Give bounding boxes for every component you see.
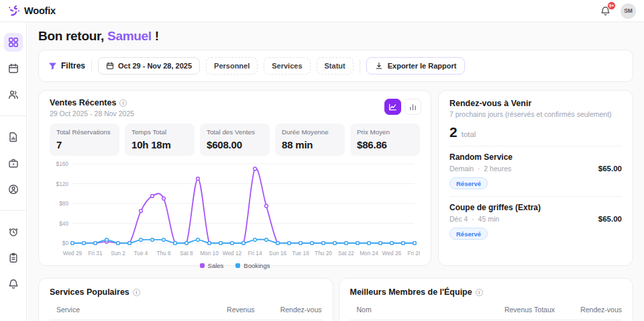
sidebar-item-pets[interactable] xyxy=(4,222,23,241)
legend-item-sales[interactable]: Sales xyxy=(200,262,224,269)
svg-text:Fri 31: Fri 31 xyxy=(88,250,103,257)
status-badge: Réservé xyxy=(449,177,488,189)
stat-total-des-ventes: Total des Ventes$608.00 xyxy=(200,124,270,156)
appointment-name: Random Service xyxy=(449,152,622,162)
appointments-title: Rendez-vous à Venir xyxy=(449,99,531,108)
legend-label: Sales xyxy=(208,262,224,269)
info-icon[interactable]: i xyxy=(133,289,140,296)
brand-name: Woofix xyxy=(24,5,56,16)
sidebar-item-dashboard[interactable] xyxy=(4,33,23,52)
appointment-item[interactable]: Random ServiceDemain · 2 heures$65.00Rés… xyxy=(449,146,622,196)
line-chart-icon xyxy=(388,103,397,111)
date-range-button[interactable]: Oct 29 - Nov 28, 2025 xyxy=(98,57,200,75)
sidebar-item-notifications[interactable] xyxy=(4,275,23,293)
top-team-card: Meilleurs Membres de l'Équipe i NomReven… xyxy=(339,278,634,321)
page-title: Bon retour, Samuel ! xyxy=(38,29,633,44)
notification-badge: 9+ xyxy=(607,1,616,10)
appointment-meta: Déc 4 · 45 min xyxy=(449,215,499,223)
filters-label: Filtres xyxy=(61,61,85,71)
download-icon xyxy=(375,62,383,70)
line-chart-toggle-button[interactable] xyxy=(384,99,401,115)
personnel-filter-button[interactable]: Personnel xyxy=(206,57,258,75)
svg-text:$40: $40 xyxy=(59,220,68,227)
svg-text:Fri 28: Fri 28 xyxy=(407,250,420,257)
top-team-title: Meilleurs Membres de l'Équipe xyxy=(350,287,472,297)
svg-text:Wed 12: Wed 12 xyxy=(223,250,242,257)
export-report-label: Exporter le Rapport xyxy=(388,62,457,70)
brand-logo: Woofix xyxy=(8,5,56,17)
legend-label: Bookings xyxy=(244,262,270,269)
svg-text:$0: $0 xyxy=(62,240,69,246)
woofix-logo-icon xyxy=(8,5,21,17)
sales-stats-row: Total Réservations7Temps Total10h 18mTot… xyxy=(50,124,420,156)
sidebar-item-services[interactable] xyxy=(4,154,23,173)
stat-label: Temps Total xyxy=(131,128,188,136)
stat-value: $608.00 xyxy=(207,139,263,150)
info-icon[interactable]: i xyxy=(476,289,483,296)
invoices-icon xyxy=(8,132,19,142)
dashboard-icon xyxy=(8,37,19,48)
column-header: Nom xyxy=(357,306,455,314)
appointments-subtitle: 7 prochains jours (réservés et confirmés… xyxy=(449,110,622,118)
staff-icon xyxy=(8,184,19,195)
sales-line-chart-svg: $0$40$80$120$160Wed 29Fri 31Sun 2Tue 4Th… xyxy=(50,158,420,259)
status-badge: Réservé xyxy=(449,228,488,240)
stat-label: Total des Ventes xyxy=(207,128,263,136)
stat-value: 10h 18m xyxy=(131,139,188,150)
popular-services-headers: ServiceRevenusRendez-vous xyxy=(50,306,322,320)
appointment-name: Coupe de griffes (Extra) xyxy=(449,203,622,212)
sidebar-divider xyxy=(0,210,27,211)
info-icon[interactable]: i xyxy=(119,99,127,107)
stat-temps-total: Temps Total10h 18m xyxy=(125,124,195,156)
sales-chart: $0$40$80$120$160Wed 29Fri 31Sun 2Tue 4Th… xyxy=(50,158,420,262)
appointments-total: 2 total xyxy=(449,124,622,140)
notifications-button[interactable]: 9+ xyxy=(599,5,611,17)
svg-text:Thu 20: Thu 20 xyxy=(315,250,332,257)
export-report-button[interactable]: Exporter le Rapport xyxy=(366,57,466,75)
svg-text:Tue 18: Tue 18 xyxy=(292,250,309,257)
sidebar-item-reports[interactable] xyxy=(4,248,23,267)
legend-item-bookings[interactable]: Bookings xyxy=(235,262,270,269)
clients-icon xyxy=(8,89,19,100)
recent-sales-subtitle: 29 Oct 2025 - 28 Nov 2025 xyxy=(50,109,420,118)
greeting-name: Samuel xyxy=(107,29,152,43)
sidebar xyxy=(0,22,27,321)
legend-swatch xyxy=(200,263,205,268)
app: { "brand": { "name": "Woofix" }, "header… xyxy=(0,0,644,321)
bar-chart-toggle-button[interactable] xyxy=(405,99,421,115)
stat-label: Total Réservations xyxy=(56,128,113,136)
bar-chart-icon xyxy=(409,103,417,111)
column-header: Revenus xyxy=(168,306,255,314)
column-header: Revenus Totaux xyxy=(454,306,555,314)
stat-value: $86.86 xyxy=(357,139,413,150)
greeting-prefix: Bon retour, xyxy=(38,29,104,43)
svg-text:Sat 8: Sat 8 xyxy=(180,250,193,257)
stat-total-reservations: Total Réservations7 xyxy=(50,124,119,156)
sidebar-item-clients[interactable] xyxy=(4,85,23,104)
appointment-price: $65.00 xyxy=(598,215,622,223)
sidebar-item-calendar[interactable] xyxy=(4,59,23,78)
statut-filter-button[interactable]: Statut xyxy=(317,57,354,75)
sidebar-divider xyxy=(0,116,27,116)
chart-type-toggles xyxy=(384,99,421,115)
notifications-icon xyxy=(8,279,19,289)
reports-icon xyxy=(8,253,19,263)
svg-text:Mon 24: Mon 24 xyxy=(360,250,378,257)
greeting-suffix: ! xyxy=(152,29,159,43)
recent-sales-title: Ventes Récentes xyxy=(50,98,116,107)
calendar-icon xyxy=(106,62,114,70)
recent-sales-card: Ventes Récentes i 29 Oct 2025 - 28 Nov 2… xyxy=(38,90,431,266)
popular-services-card: Services Populaires i ServiceRevenusRend… xyxy=(38,278,333,321)
appointment-item[interactable]: Coupe de griffes (Extra)Déc 4 · 45 min$6… xyxy=(449,196,622,246)
column-header: Rendez-vous xyxy=(555,306,622,314)
filters-button[interactable]: Filtres xyxy=(48,61,85,71)
avatar[interactable]: SM xyxy=(621,3,636,19)
sidebar-item-invoices[interactable] xyxy=(4,128,23,146)
filter-bar: Filtres Oct 29 - Nov 28, 2025 Personnel … xyxy=(38,50,633,82)
services-icon xyxy=(8,158,19,169)
pets-icon xyxy=(8,226,19,237)
services-filter-button[interactable]: Services xyxy=(264,57,310,75)
sidebar-item-staff[interactable] xyxy=(4,180,23,199)
svg-text:$160: $160 xyxy=(56,160,69,167)
svg-text:Mon 10: Mon 10 xyxy=(200,250,219,257)
